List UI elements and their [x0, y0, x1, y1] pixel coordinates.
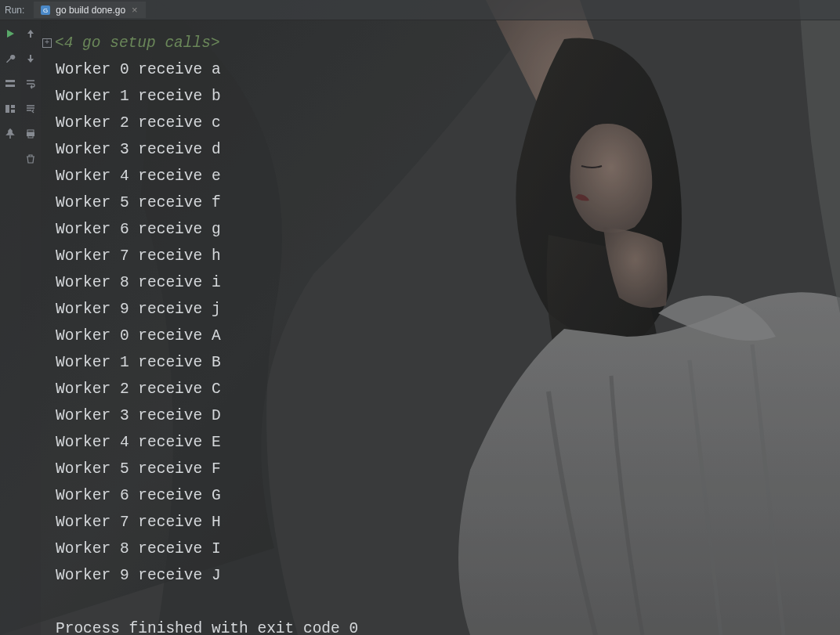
- print-icon[interactable]: [24, 127, 38, 141]
- wrench-icon[interactable]: [3, 52, 17, 66]
- layout-icon[interactable]: [3, 77, 17, 91]
- fold-text: <4 go setup calls>: [55, 30, 220, 56]
- run-config-tab[interactable]: G go build done.go ×: [34, 2, 145, 18]
- console-line: Worker 7 receive h: [42, 243, 840, 269]
- console-line: Worker 1 receive B: [42, 349, 840, 376]
- console-line: Worker 8 receive i: [42, 269, 840, 296]
- pin-icon[interactable]: [3, 127, 17, 141]
- run-label: Run:: [5, 5, 24, 16]
- up-arrow-icon[interactable]: [24, 27, 38, 41]
- console-line: Worker 6 receive g: [42, 216, 840, 243]
- console-line: Worker 5 receive F: [42, 456, 840, 482]
- console-line: Worker 5 receive f: [42, 189, 840, 216]
- console-output[interactable]: + <4 go setup calls> Worker 0 receive aW…: [41, 20, 840, 635]
- console-line: Worker 3 receive D: [42, 402, 840, 429]
- console-line: Worker 8 receive I: [42, 536, 840, 562]
- svg-rect-4: [5, 80, 15, 82]
- down-arrow-icon[interactable]: [24, 52, 38, 66]
- svg-rect-6: [5, 105, 9, 113]
- trash-icon[interactable]: [24, 152, 38, 166]
- svg-rect-11: [28, 135, 33, 138]
- console-line: Worker 9 receive j: [42, 296, 840, 323]
- console-line: Worker 7 receive H: [42, 509, 840, 536]
- console-line: Worker 2 receive c: [42, 110, 840, 136]
- console-line: Worker 9 receive J: [42, 562, 840, 589]
- blank-line: [42, 589, 840, 615]
- console-line: Worker 0 receive A: [42, 323, 840, 349]
- toolbar-primary: [0, 20, 20, 635]
- run-tool-window-header: Run: G go build done.go ×: [0, 0, 840, 20]
- svg-rect-9: [27, 130, 34, 132]
- toolbar-secondary: [20, 20, 41, 635]
- main-area: + <4 go setup calls> Worker 0 receive aW…: [0, 20, 840, 635]
- console-line: Worker 0 receive a: [42, 56, 840, 83]
- exit-code-line: Process finished with exit code 0: [42, 615, 840, 635]
- console-line: Worker 3 receive d: [42, 136, 840, 163]
- go-file-icon: G: [40, 5, 51, 16]
- console-line: Worker 6 receive G: [42, 482, 840, 509]
- svg-text:G: G: [43, 7, 48, 14]
- console-line: Worker 1 receive b: [42, 83, 840, 110]
- soft-wrap-icon[interactable]: [24, 77, 38, 91]
- svg-rect-7: [11, 105, 15, 108]
- scroll-to-end-icon[interactable]: [24, 102, 38, 116]
- console-line: Worker 4 receive E: [42, 429, 840, 456]
- console-line: Worker 4 receive e: [42, 163, 840, 189]
- run-button[interactable]: [3, 27, 17, 41]
- console-line: Worker 2 receive C: [42, 376, 840, 402]
- svg-rect-5: [5, 85, 15, 87]
- expand-icon[interactable]: +: [42, 38, 52, 48]
- close-icon[interactable]: ×: [130, 4, 139, 16]
- fold-region[interactable]: + <4 go setup calls>: [42, 30, 840, 56]
- svg-rect-8: [11, 110, 15, 113]
- tab-title: go build done.go: [56, 5, 125, 16]
- layout-settings-icon[interactable]: [3, 102, 17, 116]
